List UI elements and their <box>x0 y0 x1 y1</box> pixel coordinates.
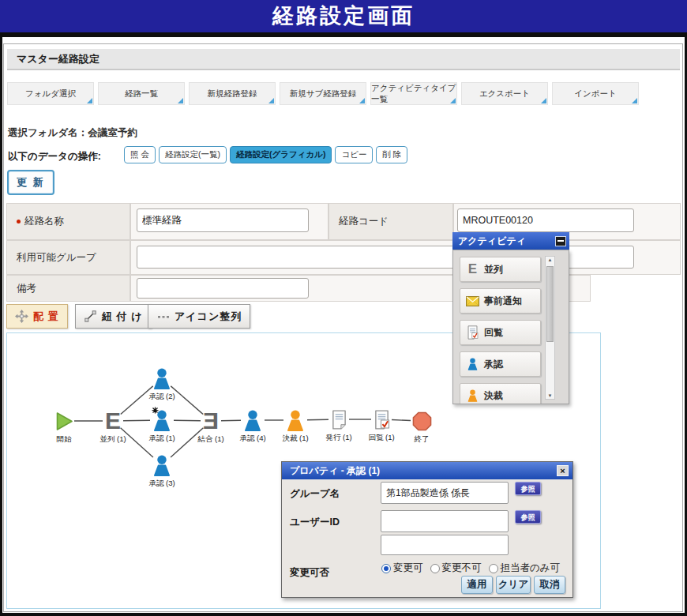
workflow-node[interactable]: Ε並列 (1) <box>85 409 141 445</box>
user-id-input-2[interactable] <box>381 535 509 555</box>
radio-changeable[interactable]: 変更可 <box>381 562 423 575</box>
cancel-button[interactable]: 取消 <box>534 576 565 594</box>
align-icons-button[interactable]: アイコン整列 <box>148 304 250 329</box>
window-title-bar: マスター経路設定 <box>7 49 680 70</box>
person-orange-icon <box>466 389 479 402</box>
radio-label: 変更不可 <box>442 562 482 575</box>
parallel-split-icon[interactable]: Ε <box>85 409 141 433</box>
align-icons-button-label: アイコン整列 <box>175 310 242 324</box>
scroll-down-icon[interactable]: ▼ <box>546 393 554 398</box>
tab-new-sub-route[interactable]: 新規サブ経路登録 <box>280 82 366 105</box>
palette-item-label: 決裁 <box>484 389 503 403</box>
tab-label: フォルダ選択 <box>25 88 76 100</box>
screenshot-frame: 経路設定画面 マスター経路設定 フォルダ選択 経路一覧 新規経路登録 新規サブ経… <box>0 0 687 616</box>
radio-label: 変更可 <box>393 562 423 575</box>
scroll-up-icon[interactable]: ▲ <box>546 257 554 262</box>
palette-item-label: 承認 <box>484 358 503 371</box>
route-code-label-cell: 経路コード <box>328 203 453 240</box>
tab-folder-select[interactable]: フォルダ選択 <box>7 82 94 105</box>
route-name-label: 経路名称 <box>24 215 64 228</box>
update-button[interactable]: 更 新 <box>7 170 54 195</box>
selected-folder: 選択フォルダ名：会議室予約 <box>8 126 137 140</box>
changeable-label: 変更可否 <box>290 566 329 580</box>
workflow-node[interactable]: 承認 (1) <box>134 408 190 444</box>
apply-button[interactable]: 適用 <box>461 576 493 594</box>
workflow-node-label: 承認 (3) <box>134 479 190 489</box>
palette-title-bar[interactable]: アクティビティ <box>452 232 569 250</box>
person-blue-icon <box>466 358 479 370</box>
route-setting-graphical-button[interactable]: 経路設定(グラフィカル) <box>230 146 332 163</box>
available-group-label-cell: 利用可能グループ <box>6 240 130 275</box>
user-id-label: ユーザーID <box>290 516 340 529</box>
operations-buttons: 照 会 経路設定(一覧) 経路設定(グラフィカル) コピー 削 除 <box>124 146 407 163</box>
route-name-label-cell: 経路名称 <box>6 203 130 240</box>
workflow-node[interactable]: 承認 (3) <box>134 453 190 489</box>
route-code-label: 経路コード <box>339 215 389 228</box>
radio-assignee-only[interactable]: 担当者のみ可 <box>489 562 561 575</box>
operations-label: 以下のデータの操作: <box>8 150 101 163</box>
start-icon[interactable] <box>36 409 92 433</box>
radio-label: 担当者のみ可 <box>501 562 561 575</box>
group-reference-button[interactable]: 参照 <box>515 482 541 495</box>
tab-activity-type-list[interactable]: アクティビティタイプ一覧 <box>370 82 457 105</box>
workflow-node[interactable]: 承認 (2) <box>134 366 190 402</box>
palette-title: アクティビティ <box>458 235 526 248</box>
tab-new-route[interactable]: 新規経路登録 <box>189 82 276 105</box>
tab-label: インポート <box>574 88 616 100</box>
minimize-icon[interactable] <box>555 236 566 246</box>
palette-item-approve[interactable]: 承認 <box>460 351 541 377</box>
selected-folder-label: 選択フォルダ名： <box>8 127 88 138</box>
route-code-input[interactable] <box>457 208 634 232</box>
arrange-button[interactable]: 配 置 <box>6 304 68 329</box>
delete-button[interactable]: 削 除 <box>376 146 407 163</box>
palette-scrollbar[interactable]: ▲ ▼ <box>545 256 555 400</box>
move-icon <box>15 310 28 323</box>
tab-corner-icon <box>359 98 365 103</box>
end-icon[interactable] <box>394 409 449 433</box>
inquiry-button[interactable]: 照 会 <box>124 146 156 163</box>
tab-export[interactable]: エクスポート <box>461 82 548 105</box>
activity-palette: Ε並列 事前通知 回覧 承認 決裁 ▲ ▼ <box>452 250 569 404</box>
radio-icon[interactable] <box>430 564 440 573</box>
workflow-node-label: 並列 (1) <box>85 434 141 445</box>
remarks-label: 備考 <box>17 282 36 295</box>
route-name-input[interactable] <box>137 208 309 232</box>
dialog-title: プロパティ - 承認 (1) <box>290 464 380 478</box>
clear-button[interactable]: クリア <box>496 576 531 594</box>
remarks-label-cell: 備考 <box>6 275 130 302</box>
envelope-icon <box>466 296 479 306</box>
tab-label: エクスポート <box>479 88 530 100</box>
workflow-node[interactable]: 終了 <box>394 409 449 445</box>
tab-label: アクティビティタイプ一覧 <box>371 83 456 105</box>
palette-item-circulate[interactable]: 回覧 <box>460 320 541 345</box>
tab-label: 新規経路登録 <box>208 88 257 100</box>
radio-icon[interactable] <box>489 564 498 573</box>
palette-item-prenotice[interactable]: 事前通知 <box>460 288 541 314</box>
link-button[interactable]: 紐 付 け <box>75 304 152 329</box>
palette-item-decide[interactable]: 決裁 <box>460 383 541 404</box>
palette-item-label: 並列 <box>484 263 503 276</box>
radio-not-changeable[interactable]: 変更不可 <box>430 562 482 575</box>
user-id-input[interactable] <box>381 510 509 532</box>
tab-route-list[interactable]: 経路一覧 <box>98 82 185 105</box>
workflow-node[interactable]: 開始 <box>36 409 92 445</box>
workflow-node-label: 承認 (1) <box>134 434 190 444</box>
tab-corner-icon <box>541 98 546 103</box>
property-dialog: プロパティ - 承認 (1) × グループ名 参照 ユーザーID 参照 変更可否… <box>281 461 573 598</box>
person-blue-icon[interactable] <box>134 408 190 432</box>
dialog-title-bar[interactable]: プロパティ - 承認 (1) × <box>282 462 572 479</box>
group-name-input[interactable] <box>381 482 509 504</box>
scrollbar-thumb[interactable] <box>546 266 554 342</box>
user-reference-button[interactable]: 参照 <box>515 510 541 524</box>
radio-icon[interactable] <box>381 564 391 573</box>
copy-button[interactable]: コピー <box>335 146 373 163</box>
tab-import[interactable]: インポート <box>552 82 639 105</box>
palette-item-parallel[interactable]: Ε並列 <box>460 257 541 282</box>
available-group-label: 利用可能グループ <box>17 251 96 265</box>
person-blue-icon[interactable] <box>134 366 190 390</box>
remarks-input[interactable] <box>137 278 309 299</box>
close-icon[interactable]: × <box>557 465 569 476</box>
person-blue-icon[interactable] <box>134 453 190 477</box>
parallel-split-icon: Ε <box>466 263 479 276</box>
route-setting-list-button[interactable]: 経路設定(一覧) <box>159 146 227 163</box>
